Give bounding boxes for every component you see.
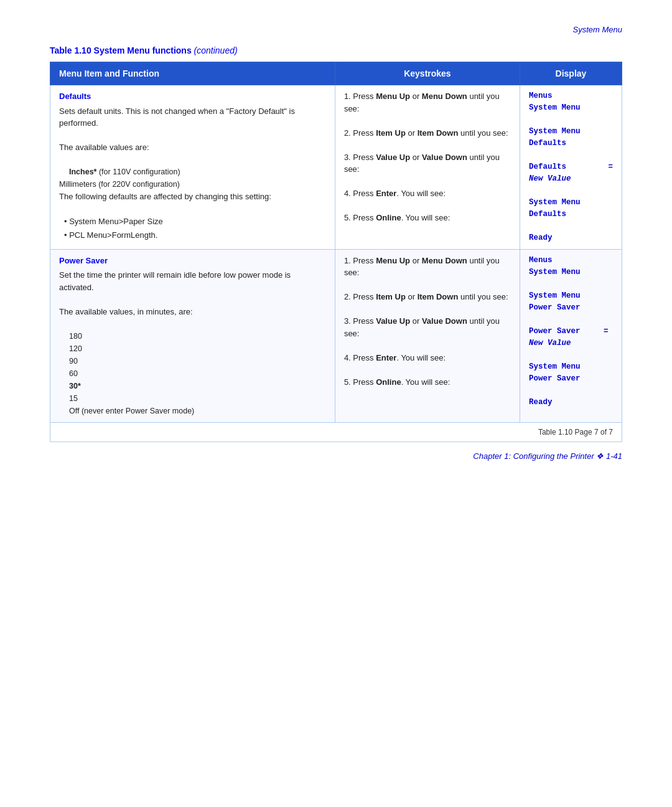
page-footer: Chapter 1: Configuring the Printer ❖ 1-4…	[473, 451, 622, 461]
table-footer-cell: Table 1.10 Page 7 of 7	[50, 422, 622, 441]
defaults-title: Defaults	[59, 90, 326, 103]
powersaver-display-2: System Menu Power Saver	[529, 290, 613, 314]
powersaver-keystroke-3: 3. Press Value Up or Value Down until yo…	[344, 315, 511, 339]
defaults-desc-1: Sets default units. This is not changed …	[59, 106, 295, 128]
page-header: System Menu	[50, 25, 622, 34]
col-header-keystrokes: Keystrokes	[335, 62, 520, 85]
defaults-keystroke-5: 5. Press Online. You will see:	[344, 212, 511, 224]
defaults-keystroke-3: 3. Press Value Up or Value Down until yo…	[344, 151, 511, 176]
powersaver-keystroke-2: 2. Press Item Up or Item Down until you …	[344, 291, 511, 303]
defaults-display-5: Ready	[529, 232, 613, 244]
defaults-display-2: System Menu Defaults	[529, 126, 613, 149]
powersaver-display-3: Power Saver = New Value	[529, 326, 613, 349]
col-header-menu-item: Menu Item and Function	[50, 62, 335, 85]
defaults-display-4: System Menu Defaults	[529, 197, 613, 220]
powersaver-display-5: Ready	[529, 397, 613, 408]
powersaver-display-cell: Menus System Menu System Menu Power Save…	[520, 249, 622, 422]
page-container: System Menu Table 1.10 System Menu funct…	[0, 0, 672, 479]
powersaver-title: Power Saver	[59, 255, 326, 267]
powersaver-keystroke-4: 4. Press Enter. You will see:	[344, 352, 511, 364]
defaults-bullet-2: • PCL Menu>FormLength.	[64, 230, 157, 240]
footer-text: Chapter 1: Configuring the Printer ❖ 1-4…	[473, 451, 622, 461]
defaults-keystroke-4: 4. Press Enter. You will see:	[344, 187, 511, 200]
defaults-desc-2: The available values are:	[59, 143, 149, 152]
powersaver-keystrokes-cell: 1. Press Menu Up or Menu Down until you …	[335, 249, 520, 422]
col-header-display: Display	[520, 62, 622, 85]
defaults-menu-item-cell: Defaults Sets default units. This is not…	[50, 85, 335, 250]
powersaver-keystroke-1: 1. Press Menu Up or Menu Down until you …	[344, 255, 511, 279]
table-row: Power Saver Set the time the printer wil…	[50, 249, 622, 422]
defaults-display-1: Menus System Menu	[529, 90, 613, 114]
system-menu-table: Menu Item and Function Keystrokes Displa…	[50, 62, 622, 442]
powersaver-desc-2: The available values, in minutes, are:	[59, 307, 193, 316]
defaults-keystroke-1: 1. Press Menu Up or Menu Down until you …	[344, 90, 511, 115]
defaults-values: Inches* (for 110V configuration) Millime…	[59, 168, 180, 189]
powersaver-desc-1: Set the time the printer will remain idl…	[59, 270, 291, 292]
table-title-main: Table 1.10 System Menu functions	[50, 45, 192, 55]
powersaver-display-4: System Menu Power Saver	[529, 361, 613, 385]
powersaver-display-1: Menus System Menu	[529, 255, 613, 278]
defaults-display-cell: Menus System Menu System Menu Defaults D…	[520, 85, 622, 250]
header-text: System Menu	[573, 25, 622, 34]
table-row: Defaults Sets default units. This is not…	[50, 85, 622, 250]
table-header-row: Menu Item and Function Keystrokes Displa…	[50, 62, 622, 85]
defaults-desc-3: The following defaults are affected by c…	[59, 192, 271, 201]
powersaver-menu-item-cell: Power Saver Set the time the printer wil…	[50, 249, 335, 422]
powersaver-keystroke-5: 5. Press Online. You will see:	[344, 376, 511, 389]
table-continued: (continued)	[194, 45, 238, 55]
powersaver-values: 180 120 90 60 30* 15 Off (never enter Po…	[69, 330, 326, 417]
defaults-keystrokes-cell: 1. Press Menu Up or Menu Down until you …	[335, 85, 520, 250]
table-footer-row: Table 1.10 Page 7 of 7	[50, 422, 622, 441]
defaults-bullet-1: • System Menu>Paper Size	[64, 217, 163, 226]
defaults-keystroke-2: 2. Press Item Up or Item Down until you …	[344, 127, 511, 139]
table-title: Table 1.10 System Menu functions (contin…	[50, 45, 622, 55]
defaults-display-3: Defaults = New Value	[529, 161, 613, 185]
